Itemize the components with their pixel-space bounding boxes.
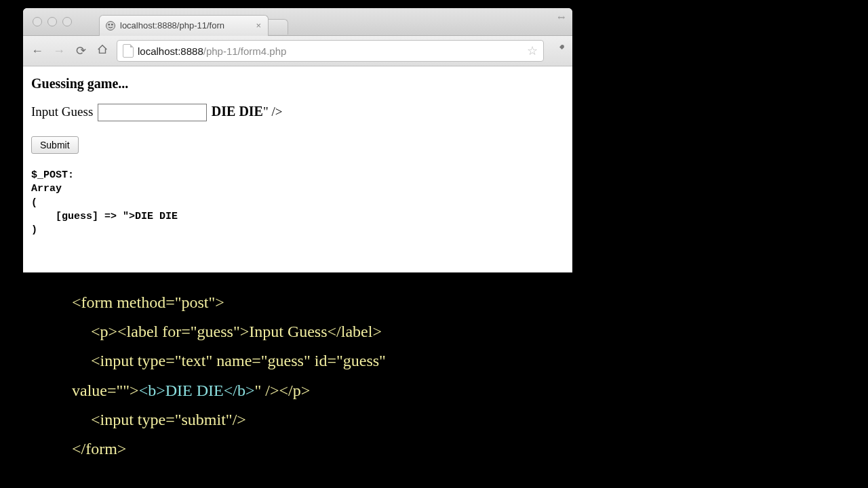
guess-form-line: Input Guess DIE DIE" /> <box>31 104 564 121</box>
page-content: Guessing game... Input Guess DIE DIE" />… <box>23 66 572 272</box>
url-path: /php-11/form4.php <box>203 45 287 57</box>
close-window-icon[interactable] <box>33 17 42 26</box>
window-controls[interactable] <box>23 17 72 26</box>
code-snippet: <form method="post"> <p><label for="gues… <box>72 288 386 464</box>
svg-point-0 <box>106 21 115 30</box>
url-port: :8888 <box>178 45 203 57</box>
guess-input[interactable] <box>98 104 207 121</box>
code-line-5: <input type="submit"/> <box>72 405 246 434</box>
tab-close-icon[interactable]: × <box>254 20 262 30</box>
guess-label: Input Guess <box>31 104 93 119</box>
browser-tab[interactable]: localhost:8888/php-11/forn × <box>99 15 269 36</box>
code-line-1: <form method="post"> <box>72 288 386 317</box>
forward-button[interactable]: → <box>52 44 66 58</box>
expand-icon[interactable]: ⤢ <box>555 11 568 23</box>
svg-point-2 <box>111 24 113 25</box>
zoom-window-icon[interactable] <box>62 17 72 26</box>
address-bar[interactable]: localhost:8888/php-11/form4.php ☆ <box>117 40 544 62</box>
code-line-6: </form> <box>72 434 386 464</box>
post-dump: $_POST: Array ( [guess] => ">DIE DIE ) <box>31 169 564 237</box>
submit-button[interactable]: Submit <box>31 136 79 154</box>
code-line-3: <input type="text" name="guess" id="gues… <box>72 346 386 375</box>
code-line-4: value=""><b>DIE DIE</b>" /></p> <box>72 376 386 405</box>
reload-button[interactable]: ⟳ <box>73 43 88 58</box>
bookmark-star-icon[interactable]: ☆ <box>527 43 538 58</box>
code-line-4b: <b>DIE DIE</b> <box>139 382 255 399</box>
url-text: localhost:8888/php-11/form4.php <box>138 45 523 57</box>
home-button[interactable] <box>95 43 110 59</box>
leaked-html-bold: DIE DIE <box>212 104 263 119</box>
leaked-html-tail: " /> <box>263 104 283 119</box>
code-line-2: <p><label for="guess">Input Guess</label… <box>72 317 382 346</box>
minimize-window-icon[interactable] <box>47 17 57 26</box>
favicon-icon <box>105 20 116 31</box>
back-button[interactable]: ← <box>30 44 45 58</box>
page-icon <box>123 44 134 58</box>
titlebar: localhost:8888/php-11/forn × ⤢ <box>23 8 572 36</box>
svg-point-1 <box>108 24 110 25</box>
url-host: localhost <box>138 45 178 57</box>
settings-wrench-icon[interactable] <box>553 43 566 59</box>
new-tab-button[interactable] <box>268 19 288 35</box>
page-heading: Guessing game... <box>31 76 564 92</box>
toolbar: ← → ⟳ localhost:8888/php-11/form4.php ☆ <box>23 36 572 66</box>
code-line-4c: " /></p> <box>254 382 310 399</box>
code-line-4a: value=""> <box>72 382 139 399</box>
browser-window: localhost:8888/php-11/forn × ⤢ ← → ⟳ loc… <box>23 8 572 272</box>
tab-title: localhost:8888/php-11/forn <box>120 20 250 30</box>
